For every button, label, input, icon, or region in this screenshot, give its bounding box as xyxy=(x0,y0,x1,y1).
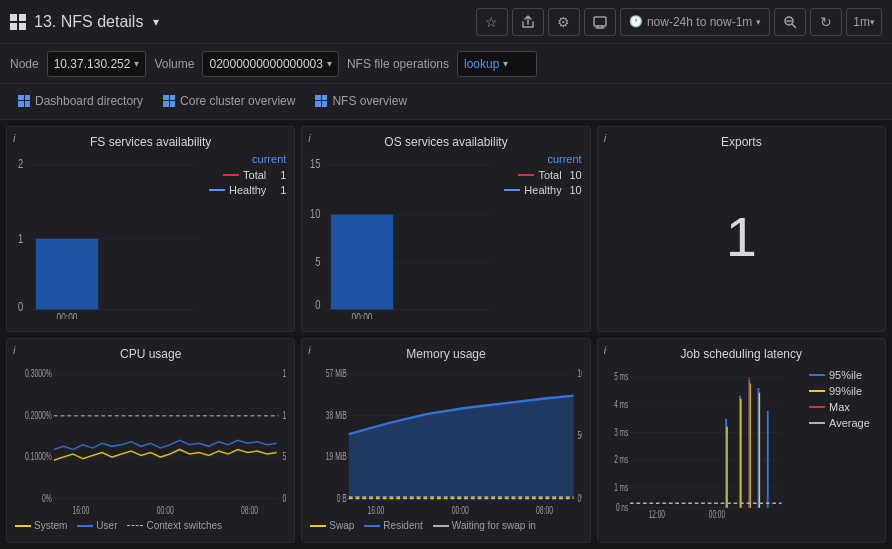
memory-info[interactable]: i xyxy=(308,344,310,356)
job-max-row: Max xyxy=(809,401,877,413)
topbar-actions: ☆ ⚙ 🕐 now-24h to now-1m ▾ ↻ 1m ▾ xyxy=(476,8,882,36)
svg-text:15: 15 xyxy=(310,155,320,170)
svg-text:00:00: 00:00 xyxy=(708,508,724,518)
os-total-label: Total xyxy=(538,169,561,181)
dashboard-title: 13. NFS details xyxy=(34,13,143,31)
job-max-line xyxy=(809,406,825,408)
svg-text:00:00: 00:00 xyxy=(57,311,78,318)
tab-nfs-overview[interactable]: NFS overview xyxy=(307,84,415,120)
svg-text:0: 0 xyxy=(282,492,286,504)
svg-text:0%: 0% xyxy=(578,492,582,504)
topbar: 13. NFS details ▾ ☆ ⚙ 🕐 now-24h to now-1… xyxy=(0,0,892,44)
svg-rect-18 xyxy=(331,215,393,310)
mem-wait-legend: Waiting for swap in xyxy=(433,520,536,531)
mem-resident-label: Resident xyxy=(383,520,422,531)
fs-services-current-label: current xyxy=(206,153,286,165)
os-services-total-row: Total 10 xyxy=(502,169,582,181)
svg-text:10: 10 xyxy=(310,205,321,220)
svg-rect-0 xyxy=(594,17,606,26)
svg-text:0.3000%: 0.3000% xyxy=(25,367,52,379)
share-button[interactable] xyxy=(512,8,544,36)
nfs-ops-selector[interactable]: lookup ▾ xyxy=(457,51,537,77)
refresh-interval-selector[interactable]: 1m ▾ xyxy=(846,8,882,36)
job-95-row: 95%ile xyxy=(809,369,877,381)
svg-text:3 ms: 3 ms xyxy=(614,425,628,437)
svg-text:1: 1 xyxy=(18,230,23,245)
volume-value: 02000000000000003 xyxy=(209,57,322,71)
fs-services-chart: 2 1 0 00:00 xyxy=(15,153,202,319)
os-total-value: 10 xyxy=(566,169,582,181)
title-caret[interactable]: ▾ xyxy=(153,15,159,29)
fs-total-value: 1 xyxy=(270,169,286,181)
svg-text:50: 50 xyxy=(282,450,286,462)
os-services-healthy-row: Healthy 10 xyxy=(502,184,582,196)
svg-rect-8 xyxy=(36,239,98,310)
job-max-label: Max xyxy=(829,401,850,413)
job-info[interactable]: i xyxy=(604,344,606,356)
cpu-user-line xyxy=(77,525,93,527)
svg-text:0 ns: 0 ns xyxy=(616,501,629,513)
fs-total-label: Total xyxy=(243,169,266,181)
cpu-legend: System User Context switches xyxy=(15,520,286,531)
job-avg-row: Average xyxy=(809,417,877,429)
tab-core-cluster-overview[interactable]: Core cluster overview xyxy=(155,84,303,120)
node-selector[interactable]: 10.37.130.252 ▾ xyxy=(47,51,147,77)
cpu-user-legend: User xyxy=(77,520,117,531)
os-services-info[interactable]: i xyxy=(308,132,310,144)
cpu-system-line xyxy=(15,525,31,527)
tab-dashboard-directory[interactable]: Dashboard directory xyxy=(10,84,151,120)
kiosk-button[interactable] xyxy=(584,8,616,36)
svg-text:0 B: 0 B xyxy=(337,492,347,504)
cpu-user-label: User xyxy=(96,520,117,531)
tab-icon-dashboard xyxy=(18,95,30,107)
os-services-title: OS services availability xyxy=(310,135,581,149)
os-services-legend: current Total 10 Healthy 10 xyxy=(502,153,582,319)
fs-total-line xyxy=(223,174,239,176)
svg-text:57 MiB: 57 MiB xyxy=(326,367,347,379)
star-button[interactable]: ☆ xyxy=(476,8,508,36)
svg-text:38 MiB: 38 MiB xyxy=(326,409,347,421)
svg-text:08:00: 08:00 xyxy=(241,504,258,516)
node-value: 10.37.130.252 xyxy=(54,57,131,71)
cpu-title: CPU usage xyxy=(15,347,286,361)
tab-icon-core xyxy=(163,95,175,107)
panel-fs-services: i FS services availability 2 1 0 00:00 xyxy=(6,126,295,332)
volume-selector[interactable]: 02000000000000003 ▾ xyxy=(202,51,338,77)
volume-caret: ▾ xyxy=(327,58,332,69)
topbar-left: 13. NFS details ▾ xyxy=(10,13,476,31)
svg-text:2: 2 xyxy=(18,155,23,170)
tab-icon-nfs xyxy=(315,95,327,107)
svg-text:100: 100 xyxy=(282,409,286,421)
svg-text:16:00: 16:00 xyxy=(368,504,385,516)
svg-text:12:00: 12:00 xyxy=(648,508,664,518)
volume-label: Volume xyxy=(154,57,194,71)
job-avg-label: Average xyxy=(829,417,870,429)
navtabs: Dashboard directory Core cluster overvie… xyxy=(0,84,892,120)
svg-text:0: 0 xyxy=(18,298,24,313)
tab-label-core-cluster: Core cluster overview xyxy=(180,94,295,108)
os-healthy-value: 10 xyxy=(566,184,582,196)
svg-text:50.0%: 50.0% xyxy=(578,429,582,441)
zoom-out-button[interactable] xyxy=(774,8,806,36)
mem-resident-line xyxy=(364,525,380,527)
cpu-ctx-label: Context switches xyxy=(146,520,222,531)
memory-title: Memory usage xyxy=(310,347,581,361)
mem-swap-legend: Swap xyxy=(310,520,354,531)
fs-services-title: FS services availability xyxy=(15,135,286,149)
svg-text:100.0%: 100.0% xyxy=(578,367,582,379)
svg-text:0.2000%: 0.2000% xyxy=(25,409,52,421)
svg-text:5: 5 xyxy=(316,253,321,268)
time-range-label: now-24h to now-1m xyxy=(647,15,752,29)
settings-button[interactable]: ⚙ xyxy=(548,8,580,36)
job-avg-line xyxy=(809,422,825,424)
svg-text:2 ms: 2 ms xyxy=(614,453,628,465)
time-range-selector[interactable]: 🕐 now-24h to now-1m ▾ xyxy=(620,8,770,36)
svg-text:00:00: 00:00 xyxy=(157,504,174,516)
memory-legend: Swap Resident Waiting for swap in xyxy=(310,520,581,531)
fs-services-info[interactable]: i xyxy=(13,132,15,144)
svg-text:1 ms: 1 ms xyxy=(614,481,628,493)
refresh-button[interactable]: ↻ xyxy=(810,8,842,36)
fs-services-healthy-row: Healthy 1 xyxy=(206,184,286,196)
cpu-info[interactable]: i xyxy=(13,344,15,356)
exports-info[interactable]: i xyxy=(604,132,606,144)
